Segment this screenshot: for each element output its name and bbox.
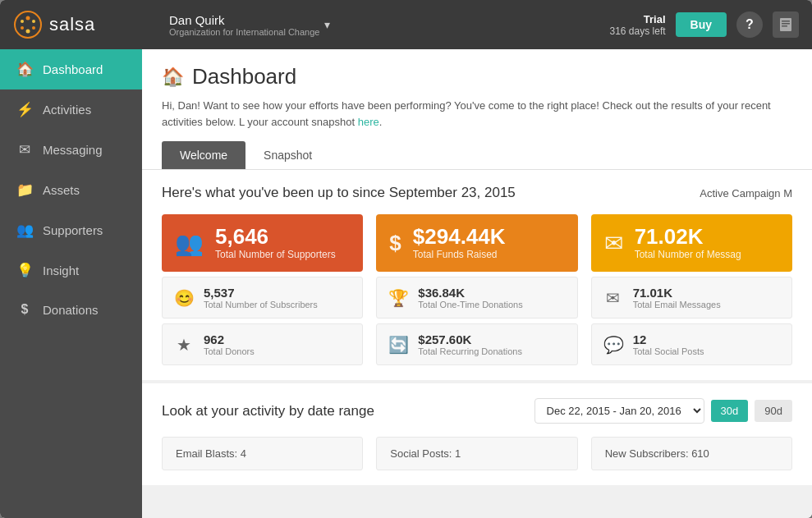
tab-snapshot[interactable]: Snapshot [245, 141, 330, 169]
sidebar-item-donations[interactable]: $ Donations [0, 291, 142, 328]
doc-icon [778, 17, 793, 32]
svg-point-1 [26, 16, 30, 21]
home-icon: 🏠 [16, 61, 33, 78]
email-icon: ✉ [603, 288, 623, 308]
active-campaign-label: Active Campaign M [700, 187, 792, 199]
svg-point-2 [32, 20, 35, 23]
subscribers-label: Total Number of Subscribers [204, 300, 318, 309]
trial-info: Trial 316 days left [610, 13, 666, 37]
here-link[interactable]: here [358, 116, 379, 128]
svg-rect-8 [782, 21, 790, 22]
stat-column-messages: ✉ 71.02K Total Number of Messag ✉ 71.01K… [591, 214, 792, 365]
social-number: 12 [633, 332, 704, 346]
activity-header: Look at your activity by date range Dec … [162, 398, 792, 424]
svg-point-3 [32, 26, 35, 30]
messages-label: Total Number of Messag [635, 249, 741, 260]
help-button[interactable]: ? [736, 11, 763, 38]
trial-days: 316 days left [610, 25, 666, 37]
svg-point-6 [21, 20, 24, 23]
stat-sub-recurring: 🔄 $257.60K Total Recurring Donations [376, 323, 577, 365]
page-title: Dashboard [192, 64, 296, 89]
date-range-select[interactable]: Dec 22, 2015 - Jan 20, 2016 [534, 398, 704, 424]
doc-button[interactable] [773, 11, 799, 38]
svg-point-5 [21, 26, 24, 30]
user-org: Organization for International Change [169, 27, 319, 37]
content-area: 🏠 Dashboard Hi, Dan! Want to see how you… [142, 49, 812, 518]
tab-welcome[interactable]: Welcome [162, 141, 245, 169]
sidebar-item-messaging[interactable]: ✉ Messaging [0, 130, 142, 170]
donors-number: 962 [204, 332, 255, 346]
logo-text: salsa [49, 14, 95, 35]
funds-number: $294.44K [413, 226, 506, 247]
sidebar-label-messaging: Messaging [43, 143, 103, 157]
stats-grid: 👥 5,646 Total Number of Supporters 😊 5,5… [162, 214, 792, 365]
range-30d-button[interactable]: 30d [711, 400, 749, 422]
stats-period-title: Here's what you've been up to since Sept… [162, 185, 516, 201]
sidebar-label-insight: Insight [43, 264, 79, 277]
sidebar: 🏠 Dashboard ⚡ Activities ✉ Messaging 📁 A… [0, 49, 142, 518]
one-time-icon: 🏆 [388, 288, 408, 308]
sidebar-item-supporters[interactable]: 👥 Supporters [0, 210, 142, 250]
activity-card-social: Social Posts: 1 [376, 437, 577, 470]
range-90d-button[interactable]: 90d [755, 400, 792, 422]
stat-sub-email: ✉ 71.01K Total Email Messages [591, 277, 792, 319]
social-data: 12 Total Social Posts [633, 332, 704, 356]
supporters-number: 5,646 [215, 226, 336, 247]
social-icon: 💬 [603, 335, 623, 355]
one-time-label: Total One-Time Donations [418, 300, 522, 309]
subscribers-data: 5,537 Total Number of Subscribers [204, 286, 318, 309]
user-area: Dan Quirk Organization for International… [153, 13, 610, 37]
supporters-main-icon: 👥 [175, 230, 204, 257]
social-label: Total Social Posts [633, 346, 704, 356]
sidebar-item-dashboard[interactable]: 🏠 Dashboard [0, 49, 142, 89]
dashboard-title-row: 🏠 Dashboard [162, 64, 792, 89]
email-number: 71.01K [633, 286, 721, 300]
recurring-label: Total Recurring Donations [418, 346, 522, 356]
sidebar-label-donations: Donations [43, 303, 99, 317]
recurring-icon: 🔄 [388, 335, 408, 355]
donations-icon: $ [16, 302, 33, 317]
stat-sub-one-time: 🏆 $36.84K Total One-Time Donations [376, 277, 577, 319]
email-data: 71.01K Total Email Messages [633, 286, 721, 309]
stat-column-funds: $ $294.44K Total Funds Raised 🏆 $36.84K … [376, 214, 577, 365]
stat-main-messages: ✉ 71.02K Total Number of Messag [591, 214, 792, 272]
email-label: Total Email Messages [633, 300, 721, 309]
activities-icon: ⚡ [16, 101, 33, 118]
activity-card-email-label: Email Blasts: 4 [176, 447, 349, 460]
svg-rect-9 [782, 23, 790, 25]
activity-card-subscribers: New Subscribers: 610 [591, 437, 792, 470]
stat-main-funds-data: $294.44K Total Funds Raised [413, 226, 506, 260]
dashboard-description: Hi, Dan! Want to see how your efforts ha… [162, 98, 786, 130]
insight-icon: 💡 [16, 262, 33, 279]
dashboard-home-icon: 🏠 [162, 66, 184, 88]
buy-button[interactable]: Buy [676, 12, 727, 37]
messages-number: 71.02K [635, 226, 741, 247]
sidebar-item-insight[interactable]: 💡 Insight [0, 250, 142, 291]
subscribers-icon: 😊 [174, 288, 194, 308]
funds-main-icon: $ [389, 231, 401, 256]
stat-column-supporters: 👥 5,646 Total Number of Supporters 😊 5,5… [162, 214, 363, 365]
svg-point-0 [15, 11, 41, 38]
user-name: Dan Quirk [169, 13, 319, 27]
activity-card-subscribers-label: New Subscribers: 610 [605, 447, 778, 460]
one-time-number: $36.84K [418, 286, 522, 300]
stats-section: Here's what you've been up to since Sept… [142, 170, 812, 380]
activity-cards: Email Blasts: 4 Social Posts: 1 New Subs… [162, 437, 792, 470]
donors-data: 962 Total Donors [204, 332, 255, 356]
sidebar-label-supporters: Supporters [43, 223, 103, 237]
supporters-label: Total Number of Supporters [215, 249, 336, 260]
activity-title: Look at your activity by date range [162, 403, 374, 419]
sidebar-item-assets[interactable]: 📁 Assets [0, 170, 142, 210]
app-container: salsa Dan Quirk Organization for Interna… [0, 0, 812, 518]
recurring-data: $257.60K Total Recurring Donations [418, 332, 522, 356]
svg-rect-7 [780, 18, 791, 31]
main-layout: 🏠 Dashboard ⚡ Activities ✉ Messaging 📁 A… [0, 49, 812, 518]
messaging-icon: ✉ [16, 141, 33, 158]
stat-main-supporters: 👥 5,646 Total Number of Supporters [162, 214, 363, 272]
sidebar-item-activities[interactable]: ⚡ Activities [0, 89, 142, 130]
stat-sub-donors: ★ 962 Total Donors [162, 323, 363, 365]
svg-rect-10 [782, 25, 787, 27]
one-time-data: $36.84K Total One-Time Donations [418, 286, 522, 309]
user-dropdown-icon[interactable]: ▾ [324, 18, 330, 31]
supporters-icon: 👥 [16, 222, 33, 239]
